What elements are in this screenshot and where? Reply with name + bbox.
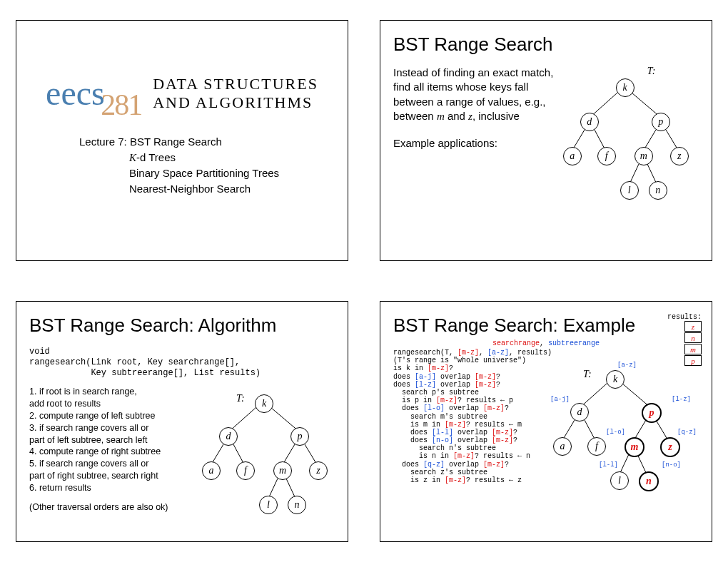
results-stack: z n m p bbox=[552, 321, 702, 366]
tree-node-d: d bbox=[580, 113, 599, 131]
slide-title: BST Range Search: Algorithm bbox=[29, 315, 335, 337]
tree-node-n: n bbox=[288, 496, 306, 514]
range-az: [a-z] bbox=[617, 362, 637, 369]
lecture-line: KK-d Trees-d Trees bbox=[129, 150, 335, 166]
slide-2: BST Range Search Instead of finding an e… bbox=[380, 20, 712, 261]
algo-step: part of right subtree, search right bbox=[29, 470, 206, 482]
algo-step: 1. if root is in search range, bbox=[29, 386, 206, 398]
var-m: m bbox=[437, 111, 445, 122]
results-label: results: bbox=[552, 313, 702, 321]
and-text: and bbox=[445, 110, 468, 122]
lecture-line: Lecture 7: BST Range Search bbox=[79, 134, 335, 150]
tree-node-m: m bbox=[273, 461, 292, 480]
course-logo: eecs 281 DATA STRUCTURES AND ALGORITHMS bbox=[29, 75, 335, 113]
tree-node-k: k bbox=[255, 394, 273, 413]
slide4-tree: T: [a-z] [a-j] [l-z] [l-o] [q-z] [l-l] [… bbox=[552, 370, 702, 520]
tree-node-f: f bbox=[236, 461, 255, 480]
tree-node-p: p bbox=[290, 427, 309, 446]
tree-node-l: l bbox=[259, 496, 278, 514]
algo-step: add root to results bbox=[29, 398, 206, 410]
course-title-line2: AND ALGORITHMS bbox=[153, 93, 318, 112]
tree-node-z: z bbox=[660, 437, 680, 457]
result-item: p bbox=[684, 355, 702, 366]
eecs-text: eecs bbox=[46, 74, 105, 112]
algo-step: part of left subtree, search left bbox=[29, 434, 206, 446]
inclusive-text: , inclusive bbox=[472, 110, 520, 122]
tree-node-a: a bbox=[553, 437, 572, 456]
slide-title: BST Range Search bbox=[393, 34, 699, 56]
tree-node-m: m bbox=[635, 147, 653, 165]
lecture-line: Nearest-Neighbor Search bbox=[129, 181, 335, 197]
algo-step: 3. if search range covers all or bbox=[29, 422, 206, 434]
tree-node-k: k bbox=[606, 370, 625, 389]
slide2-text: Instead of finding an exact match, find … bbox=[393, 66, 555, 208]
tree-node-z: z bbox=[309, 461, 328, 480]
lecture-topics: Lecture 7: BST Range Search KK-d Trees-d… bbox=[79, 134, 335, 197]
tree-node-d: d bbox=[570, 403, 589, 422]
slide-4: BST Range Search: Example searchrange, s… bbox=[380, 301, 712, 542]
slide2-tree: T: k d p a f m z l n bbox=[562, 66, 699, 208]
tree-node-d: d bbox=[219, 427, 238, 446]
lecture-line: Binary Space Partitioning Trees bbox=[129, 165, 335, 181]
example-apps-label: Example applications: bbox=[393, 136, 555, 150]
code-block: void rangesearch(Link root, Key searchra… bbox=[29, 347, 335, 379]
algo-step: 2. compute range of left subtree bbox=[29, 410, 206, 422]
tree-node-f: f bbox=[587, 437, 606, 456]
slide3-tree: T: k d p a f m z l n bbox=[201, 394, 336, 537]
tree-node-f: f bbox=[597, 147, 616, 165]
trace-lines: rangesearch(T, [m-z], [a-z], results)(T'… bbox=[393, 349, 546, 484]
tree-node-l: l bbox=[620, 181, 639, 200]
algo-step: 4. compute range of right subtree bbox=[29, 446, 206, 458]
tree-node-m: m bbox=[625, 437, 644, 457]
course-title-line1: DATA STRUCTURES bbox=[153, 75, 318, 93]
algo-note: (Other traversal orders are also ok) bbox=[29, 501, 206, 514]
slide-3: BST Range Search: Algorithm void rangese… bbox=[16, 301, 348, 542]
algo-step: 6. return results bbox=[29, 482, 206, 494]
algo-step: 5. if search range covers all or bbox=[29, 458, 206, 470]
result-item: m bbox=[684, 344, 702, 354]
result-item: n bbox=[684, 332, 702, 343]
slide-1: eecs 281 DATA STRUCTURES AND ALGORITHMS … bbox=[16, 20, 348, 261]
tree-node-n: n bbox=[649, 181, 667, 200]
course-title: DATA STRUCTURES AND ALGORITHMS bbox=[153, 75, 318, 113]
course-number: 281 bbox=[101, 88, 141, 121]
tree-node-k: k bbox=[616, 78, 635, 97]
result-item: z bbox=[684, 321, 702, 332]
tree-node-l: l bbox=[610, 471, 629, 490]
tree-node-z: z bbox=[670, 147, 689, 165]
tree-node-a: a bbox=[563, 147, 582, 165]
tree-node-a: a bbox=[202, 461, 221, 480]
slide-grid: eecs 281 DATA STRUCTURES AND ALGORITHMS … bbox=[0, 0, 728, 562]
slide4-right: results: z n m p T: [a-z] [a-j] [l-z] [l… bbox=[552, 313, 702, 520]
tree-node-p: p bbox=[642, 403, 662, 423]
algorithm-steps: 1. if root is in search range, add root … bbox=[29, 386, 206, 514]
tree-node-p: p bbox=[652, 113, 670, 131]
tree-node-n: n bbox=[639, 471, 659, 491]
